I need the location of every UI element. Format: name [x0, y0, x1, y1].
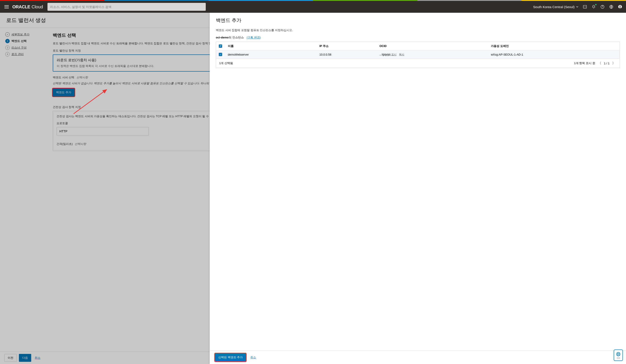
wizard-step-2[interactable]: 2 백엔드 선택 [5, 39, 44, 43]
cell-name: demoWebserver [225, 50, 317, 59]
panel-cancel-link[interactable]: 취소 [250, 355, 256, 359]
nav-menu-button[interactable] [3, 3, 10, 11]
instances-table: ✓ 이름 IP 주소 OCID 가용성 도메인 ✓ demoWebserver … [216, 42, 620, 59]
svg-rect-0 [583, 5, 587, 8]
cell-ad: wXsg:AP-SEOUL-1-AD-1 [488, 50, 620, 59]
svg-point-4 [620, 6, 621, 7]
life-ring-icon [616, 352, 621, 357]
oracle-cloud-logo: ORACLE Cloud [12, 4, 43, 9]
next-button[interactable]: 다음 [19, 354, 31, 362]
chevron-down-icon [576, 5, 579, 8]
col-ip: IP 주소 [317, 42, 377, 50]
wizard-step-3[interactable]: 3 리스너 구성 [5, 45, 44, 50]
profile-icon[interactable] [618, 4, 623, 9]
dev-tools-icon[interactable] [583, 4, 587, 9]
next-page-button[interactable]: 〉 [611, 61, 617, 66]
region-selector[interactable]: South Korea Central (Seoul) [533, 5, 579, 9]
prev-page-button[interactable]: 〈 [597, 61, 602, 66]
help-icon[interactable] [600, 4, 605, 9]
compartment-name: oci-demo [216, 36, 229, 39]
add-backend-button[interactable]: 백엔드 추가 [53, 89, 75, 96]
global-search[interactable] [47, 3, 206, 11]
table-row[interactable]: ✓ demoWebserver 10.0.0.58 ...tgqygq 표시 복… [216, 50, 620, 59]
search-input[interactable] [50, 5, 203, 9]
logo-main: ORACLE [12, 4, 30, 9]
showing-text: 1개 항목 표시 중 [574, 61, 595, 65]
protocol-select[interactable]: HTTP [56, 127, 149, 135]
language-icon[interactable] [609, 4, 614, 9]
backend-select-label: 백엔드 서버 선택 [53, 76, 74, 79]
cell-ocid: ...tgqygq [379, 53, 390, 56]
panel-title: 백엔드 추가 [210, 13, 626, 28]
step-label: 백엔드 선택 [11, 39, 27, 43]
logo-sub: Cloud [32, 4, 43, 9]
optional-text: 선택사항 [77, 76, 88, 79]
page-indicator: 1 / 1 [604, 62, 610, 65]
col-name: 이름 [225, 42, 317, 50]
compartment-suffix: 의 인스턴스 [229, 36, 244, 39]
col-ocid: OCID [377, 42, 488, 50]
copy-ocid-link[interactable]: 복사 [399, 53, 404, 56]
optional-text: 선택사항 [75, 142, 86, 146]
interval-label: 간격(밀리초) [56, 142, 73, 146]
change-compartment-link[interactable]: (구획 변경) [247, 36, 261, 39]
row-checkbox[interactable]: ✓ [219, 53, 222, 56]
select-all-checkbox[interactable]: ✓ [219, 44, 222, 48]
step-label: 세부정보 추가 [11, 33, 30, 36]
region-label: South Korea Central (Seoul) [533, 5, 575, 9]
cell-ip: 10.0.0.58 [317, 50, 377, 59]
add-selected-backend-button[interactable]: 선택된 백엔드 추가 [215, 354, 246, 361]
col-ad: 가용성 도메인 [488, 42, 620, 50]
help-floating-button[interactable] [614, 350, 623, 361]
wizard-step-4[interactable]: 4 로깅 관리 [5, 52, 44, 56]
prev-button[interactable]: 이전 [4, 354, 17, 362]
notifications-icon[interactable] [591, 4, 596, 9]
panel-instruction: 백엔드 서버 집합에 포함할 컴퓨트 인스턴스를 지정하십시오. [216, 28, 620, 33]
show-ocid-link[interactable]: 표시 [391, 53, 396, 56]
step-label: 리스너 구성 [11, 46, 27, 50]
wizard-step-1[interactable]: ✓ 세부정보 추가 [5, 32, 44, 37]
svg-point-7 [617, 353, 619, 355]
selected-count: 1개 선택됨 [219, 61, 233, 65]
check-icon: ✓ [5, 32, 10, 37]
cancel-link[interactable]: 취소 [35, 356, 40, 360]
step-label: 로깅 관리 [11, 52, 24, 56]
